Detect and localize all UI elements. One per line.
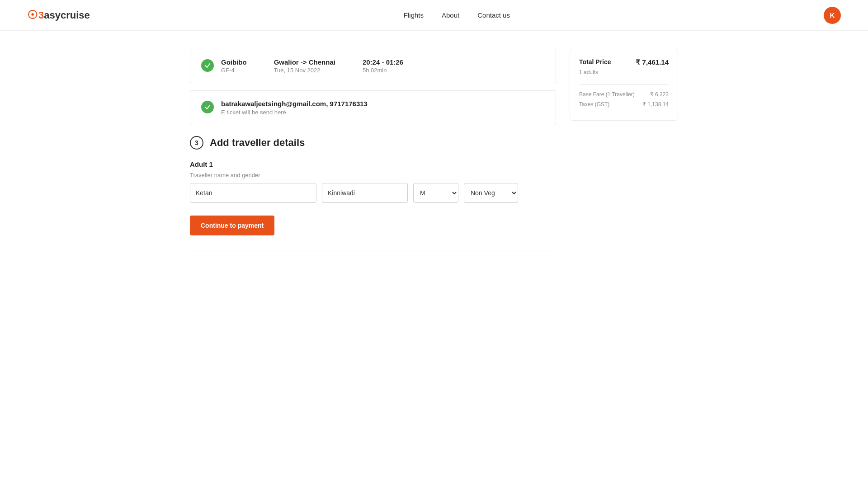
last-name-input[interactable]	[322, 183, 408, 203]
airline-details: Goibibo GF-4	[221, 58, 247, 74]
step1-card: Goibibo GF-4 Gwalior -> Chennai Tue, 15 …	[190, 49, 556, 83]
header: ☉ 3asycruise Flights About Contact us K	[0, 0, 868, 31]
total-price-label: Total Price	[579, 58, 611, 66]
adults-count: 1 adults	[579, 69, 669, 75]
main-nav: Flights About Contact us	[404, 11, 510, 19]
route-text: Gwalior -> Chennai	[274, 58, 335, 66]
flight-time: 20:24 - 01:26	[363, 58, 403, 66]
base-fare-row: Base Fare (1 Traveller) ₹ 6,323	[579, 91, 669, 98]
continue-to-payment-button[interactable]: Continue to payment	[190, 216, 274, 235]
taxes-row: Taxes (GST) ₹ 1,138.14	[579, 101, 669, 108]
logo[interactable]: ☉ 3asycruise	[27, 8, 90, 22]
price-header: Total Price ₹ 7,461.14	[579, 58, 669, 66]
bottom-divider	[190, 250, 556, 250]
price-card: Total Price ₹ 7,461.14 1 adults Base Far…	[570, 49, 678, 121]
base-fare-label: Base Fare (1 Traveller)	[579, 91, 635, 98]
traveller-form-row: M F Non Veg Veg	[190, 183, 556, 203]
contact-email-phone: batrakawaljeetsingh@gmail.com, 971717631…	[221, 100, 545, 108]
step2-card: batrakawaljeetsingh@gmail.com, 971717631…	[190, 90, 556, 125]
traveller-section: 3 Add traveller details Adult 1 Travelle…	[190, 136, 556, 235]
section-header: 3 Add traveller details	[190, 136, 556, 150]
logo-text: 3asycruise	[38, 9, 90, 21]
airline-name: Goibibo	[221, 58, 247, 66]
step3-number: 3	[190, 136, 203, 150]
route-details: Gwalior -> Chennai Tue, 15 Nov 2022	[274, 58, 335, 74]
user-avatar[interactable]: K	[824, 7, 841, 24]
taxes-value: ₹ 1,138.14	[642, 101, 669, 108]
nav-contact[interactable]: Contact us	[477, 11, 510, 19]
flight-date: Tue, 15 Nov 2022	[274, 67, 335, 74]
meal-select[interactable]: Non Veg Veg	[464, 183, 518, 203]
field-label: Traveller name and gender	[190, 172, 556, 178]
left-panel: Goibibo GF-4 Gwalior -> Chennai Tue, 15 …	[190, 49, 556, 250]
nav-about[interactable]: About	[442, 11, 459, 19]
taxes-label: Taxes (GST)	[579, 101, 609, 108]
step1-check-icon	[201, 59, 214, 72]
first-name-input[interactable]	[190, 183, 316, 203]
nav-flights[interactable]: Flights	[404, 11, 424, 19]
main-container: Goibibo GF-4 Gwalior -> Chennai Tue, 15 …	[163, 31, 705, 268]
gender-select[interactable]: M F	[413, 183, 458, 203]
adult-label: Adult 1	[190, 160, 556, 168]
time-details: 20:24 - 01:26 5h 02min	[363, 58, 403, 74]
base-fare-value: ₹ 6,323	[650, 91, 669, 98]
total-price-value: ₹ 7,461.14	[636, 58, 669, 66]
flight-info: Goibibo GF-4 Gwalior -> Chennai Tue, 15 …	[221, 58, 545, 74]
price-divider	[579, 84, 669, 85]
step2-check-icon	[201, 101, 214, 113]
section-title: Add traveller details	[210, 137, 305, 149]
logo-icon: ☉	[27, 8, 38, 22]
contact-info: batrakawaljeetsingh@gmail.com, 971717631…	[221, 100, 545, 116]
airline-code: GF-4	[221, 67, 247, 74]
contact-note: E ticket will be send here.	[221, 109, 545, 116]
flight-duration: 5h 02min	[363, 67, 403, 74]
